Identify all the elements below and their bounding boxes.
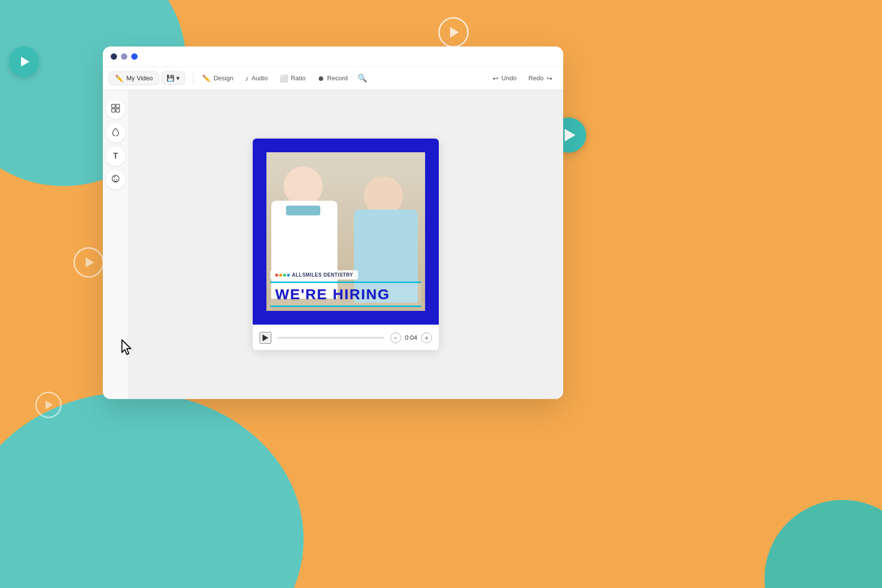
- svg-rect-2: [112, 109, 115, 112]
- undo-icon: ↩: [493, 74, 499, 82]
- design-icon: ✏️: [202, 74, 211, 82]
- undo-label: Undo: [501, 74, 517, 82]
- deco-play-midleft: [73, 247, 104, 278]
- deco-play-bottomleft-icon: [46, 400, 53, 409]
- redo-button[interactable]: Redo ↪: [524, 72, 557, 85]
- brand-dot-red: [275, 274, 278, 277]
- deco-circle-bottomright: [764, 500, 882, 588]
- redo-label: Redo: [528, 74, 544, 82]
- main-content: T: [103, 90, 563, 399]
- time-controls: − 0:04 +: [390, 332, 432, 343]
- play-triangle-icon: [262, 334, 268, 341]
- design-label: Design: [214, 74, 233, 82]
- brand-dot-green: [283, 274, 286, 277]
- undo-button[interactable]: ↩ Undo: [488, 72, 522, 85]
- svg-point-5: [114, 179, 115, 180]
- project-name-field[interactable]: ✏️ My Video: [109, 71, 159, 85]
- save-icon: 💾: [167, 74, 174, 82]
- app-window: ✏️ My Video 💾 ▾ ✏️ Design ♪ Audio ⬜ Rati…: [103, 47, 563, 399]
- video-play-button[interactable]: [260, 332, 271, 344]
- video-controls: − 0:04 +: [253, 325, 439, 350]
- svg-rect-0: [112, 104, 115, 108]
- record-icon: ⏺: [317, 74, 324, 82]
- window-dot-close[interactable]: [111, 53, 117, 60]
- deco-play-topright-icon: [450, 27, 459, 38]
- ratio-button[interactable]: ⬜ Ratio: [275, 72, 310, 85]
- time-minus-button[interactable]: −: [390, 332, 401, 343]
- project-name-label: My Video: [126, 74, 153, 82]
- side-tools: T: [103, 90, 128, 399]
- brand-logo: [275, 274, 290, 277]
- deco-play-midleft-icon: [86, 258, 94, 267]
- ratio-label: Ratio: [291, 74, 306, 82]
- design-button[interactable]: ✏️ Design: [197, 72, 238, 85]
- hiring-headline: WE'RE HIRING: [275, 286, 416, 303]
- video-canvas[interactable]: ALLSMILES DENTISTRY WE'RE HIRING: [253, 139, 439, 325]
- canvas-area[interactable]: ALLSMILES DENTISTRY WE'RE HIRING: [128, 90, 563, 399]
- window-dot-maximize[interactable]: [131, 53, 138, 60]
- hiring-text-container: WE'RE HIRING: [270, 282, 421, 307]
- ratio-icon: ⬜: [280, 74, 288, 82]
- svg-rect-3: [116, 109, 119, 112]
- text-icon: T: [113, 152, 118, 161]
- layout-icon: [111, 104, 120, 115]
- deco-play-topleft: [9, 47, 39, 77]
- audio-button[interactable]: ♪ Audio: [240, 72, 272, 85]
- layout-tool-button[interactable]: [106, 99, 125, 119]
- progress-bar[interactable]: [277, 337, 384, 339]
- brand-name: ALLSMILES DENTISTRY: [292, 272, 353, 278]
- audio-label: Audio: [251, 74, 267, 82]
- record-label: Record: [327, 74, 348, 82]
- bg-decoration-bottom: [0, 392, 304, 588]
- video-overlay: ALLSMILES DENTISTRY WE'RE HIRING: [270, 270, 421, 307]
- svg-point-6: [117, 179, 118, 180]
- save-button[interactable]: 💾 ▾: [161, 71, 185, 85]
- toolbar: ✏️ My Video 💾 ▾ ✏️ Design ♪ Audio ⬜ Rati…: [103, 67, 563, 90]
- toolbar-divider-1: [193, 72, 193, 84]
- brand-dot-blue: [287, 274, 290, 277]
- pencil-icon: ✏️: [115, 74, 123, 82]
- fill-tool-button[interactable]: [106, 123, 125, 142]
- search-button[interactable]: 🔍: [355, 71, 370, 86]
- time-plus-button[interactable]: +: [421, 332, 432, 343]
- effects-tool-button[interactable]: [106, 170, 125, 189]
- deco-play-topright: [438, 17, 469, 47]
- window-dot-minimize[interactable]: [121, 53, 127, 60]
- redo-icon: ↪: [547, 74, 552, 82]
- title-bar: [103, 47, 563, 67]
- record-button[interactable]: ⏺ Record: [312, 72, 353, 85]
- deco-play-bottomleft: [35, 392, 62, 418]
- time-display: 0:04: [405, 334, 417, 341]
- plus-icon: +: [425, 334, 429, 342]
- fill-icon: [111, 127, 120, 138]
- brand-dot-orange: [279, 274, 282, 277]
- brand-tag: ALLSMILES DENTISTRY: [270, 270, 358, 280]
- undo-redo-group: ↩ Undo Redo ↪: [488, 72, 557, 85]
- effects-icon: [111, 174, 120, 185]
- deco-play-right-icon: [565, 129, 575, 141]
- save-chevron: ▾: [176, 74, 180, 82]
- svg-rect-1: [116, 104, 119, 108]
- audio-icon: ♪: [245, 74, 248, 82]
- video-card[interactable]: ALLSMILES DENTISTRY WE'RE HIRING: [253, 139, 439, 350]
- minus-icon: −: [394, 334, 398, 342]
- search-icon: 🔍: [358, 73, 367, 83]
- deco-play-topleft-icon: [21, 57, 29, 67]
- text-tool-button[interactable]: T: [106, 146, 125, 166]
